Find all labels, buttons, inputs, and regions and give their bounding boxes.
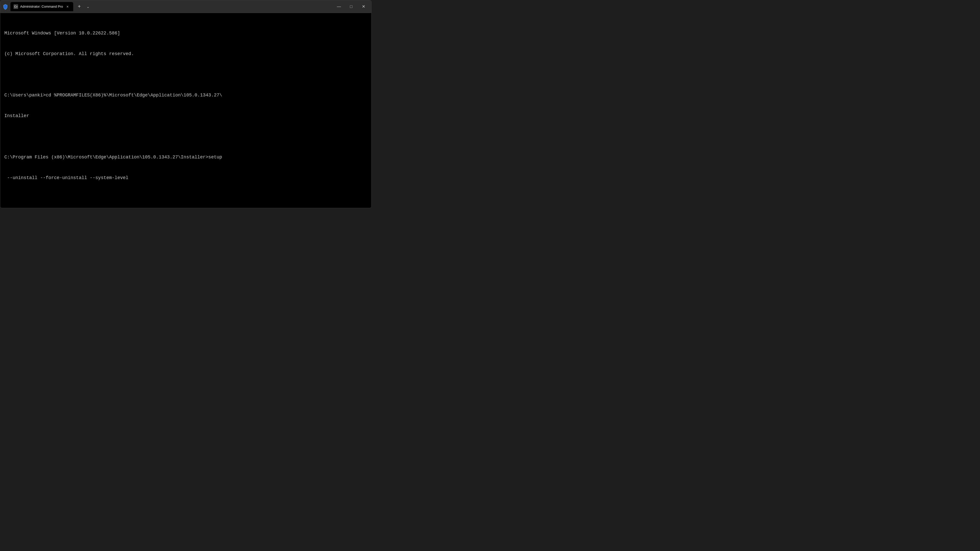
terminal-line-7: C:\Program Files (x86)\Microsoft\Edge\Ap… [4, 154, 367, 161]
terminal-icon: C> [14, 4, 18, 9]
tab-title: Administrator: Command Pro [20, 5, 63, 8]
terminal-empty-3 [4, 195, 367, 202]
terminal-output: Microsoft Windows [Version 10.0.22622.58… [4, 16, 367, 208]
terminal-line-8: --uninstall --force-uninstall --system-l… [4, 175, 367, 181]
terminal-area[interactable]: Microsoft Windows [Version 10.0.22622.58… [0, 13, 371, 208]
titlebar: C> Administrator: Command Pro × + ⌄ — □ … [0, 0, 371, 13]
terminal-line-2: (c) Microsoft Corporation. All rights re… [4, 51, 367, 57]
minimize-button[interactable]: — [333, 3, 345, 11]
terminal-empty-2 [4, 133, 367, 140]
terminal-line-5: Installer [4, 113, 367, 119]
tab-close-button[interactable]: × [65, 4, 70, 9]
active-tab[interactable]: C> Administrator: Command Pro × [11, 2, 73, 11]
maximize-button[interactable]: □ [345, 3, 357, 11]
svg-text:C>: C> [14, 5, 18, 8]
terminal-empty-1 [4, 71, 367, 78]
titlebar-left: C> Administrator: Command Pro × + ⌄ [2, 2, 333, 11]
window: C> Administrator: Command Pro × + ⌄ — □ … [0, 0, 372, 208]
shield-icon [2, 3, 8, 10]
window-controls: — □ ✕ [333, 3, 369, 11]
tab-dropdown-button[interactable]: ⌄ [84, 3, 92, 10]
close-button[interactable]: ✕ [358, 3, 369, 11]
terminal-line-1: Microsoft Windows [Version 10.0.22622.58… [4, 30, 367, 37]
terminal-line-4: C:\Users\panki>cd %PROGRAMFILES(X86)%\Mi… [4, 92, 367, 99]
new-tab-button[interactable]: + [75, 3, 83, 11]
